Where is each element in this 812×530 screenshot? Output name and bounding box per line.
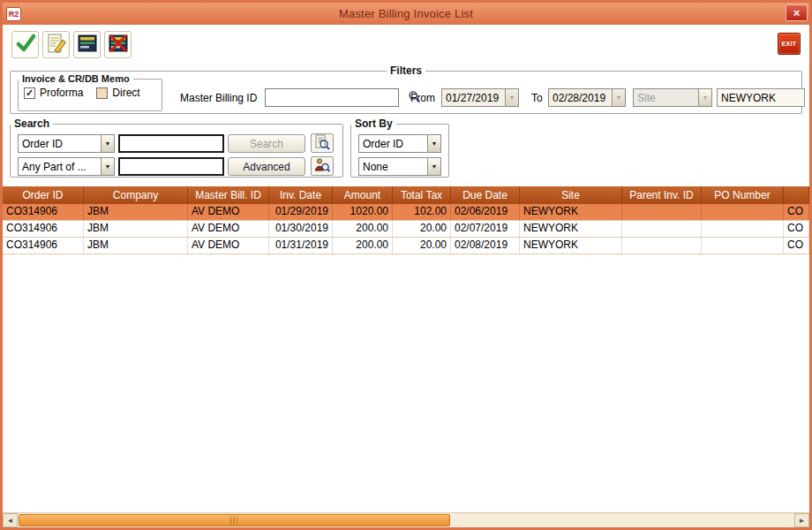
chevron-down-icon[interactable]: ▼ xyxy=(698,89,711,106)
chevron-down-icon[interactable]: ▼ xyxy=(101,135,114,152)
exit-button[interactable]: EXIT xyxy=(778,33,801,55)
table-cell xyxy=(622,238,702,254)
search-lookup-button[interactable] xyxy=(311,133,334,153)
search-button[interactable]: Search xyxy=(228,134,305,153)
table-cell: CO314906 xyxy=(3,221,84,237)
chevron-down-icon[interactable]: ▼ xyxy=(101,158,114,175)
search-sort-row: Search Order ID ▼ Search Any Part of ...… xyxy=(3,119,809,183)
from-label: From xyxy=(410,92,435,104)
table-cell xyxy=(702,204,784,220)
table-cell: 02/08/2019 xyxy=(451,238,520,254)
table-cell: 200.00 xyxy=(333,238,393,254)
table-cell: JBM xyxy=(84,221,188,237)
invoice-list-button[interactable] xyxy=(73,31,101,58)
to-date-picker[interactable]: 02/28/2019 ▼ xyxy=(548,88,626,107)
table-row[interactable]: CO314906JBMAV DEMO01/30/2019200.0020.000… xyxy=(3,221,809,238)
window-title: Master Billing Invoice List xyxy=(3,7,809,20)
table-cell: 01/31/2019 xyxy=(269,238,333,254)
column-header-company[interactable]: Company xyxy=(84,186,188,204)
chevron-down-icon[interactable]: ▼ xyxy=(612,89,625,106)
search-field-dropdown[interactable]: Order ID ▼ xyxy=(18,134,115,153)
search-text-input[interactable] xyxy=(120,136,222,151)
scrollbar-track[interactable]: ||| xyxy=(18,513,794,527)
void-invoice-button[interactable] xyxy=(104,31,132,58)
direct-checkbox[interactable] xyxy=(96,87,108,99)
close-button[interactable]: × xyxy=(786,4,808,21)
invoice-memo-group: Invoice & CR/DB Memo ✓ Proforma Direct xyxy=(18,74,162,111)
site-dropdown[interactable]: Site ▼ xyxy=(633,88,712,107)
titlebar: R2 Master Billing Invoice List × xyxy=(3,3,809,25)
to-date-value: 02/28/2019 xyxy=(549,92,612,104)
filters-group: Filters Invoice & CR/DB Memo ✓ Proforma … xyxy=(10,66,802,114)
column-header-amount[interactable]: Amount xyxy=(333,186,393,204)
invoice-memo-group-label: Invoice & CR/DB Memo xyxy=(19,74,133,84)
table-cell: 02/07/2019 xyxy=(451,221,520,237)
table-cell: 20.00 xyxy=(393,238,451,254)
table-cell xyxy=(702,221,784,237)
sort-primary-dropdown[interactable]: Order ID ▼ xyxy=(358,134,441,153)
column-header-order-id[interactable]: Order ID xyxy=(3,186,84,204)
from-date-picker[interactable]: 01/27/2019 ▼ xyxy=(441,88,519,107)
scrollbar-thumb[interactable]: ||| xyxy=(19,514,450,526)
table-cell: CO xyxy=(784,221,809,237)
site-value-input[interactable] xyxy=(718,89,804,106)
table-row[interactable]: CO314906JBMAV DEMO01/31/2019200.0020.000… xyxy=(3,238,809,254)
column-header-site[interactable]: Site xyxy=(520,186,622,204)
table-cell: 02/06/2019 xyxy=(451,204,520,220)
advanced-lookup-button[interactable] xyxy=(311,156,334,176)
scroll-right-button[interactable]: ► xyxy=(794,513,809,527)
document-search-icon xyxy=(314,134,330,153)
table-cell: NEWYORK xyxy=(520,221,622,237)
column-header-po-number[interactable]: PO Number xyxy=(702,186,784,204)
table-cell: CO xyxy=(784,238,809,254)
direct-label: Direct xyxy=(112,87,139,99)
search-field-value: Order ID xyxy=(19,138,101,150)
chevron-down-icon[interactable]: ▼ xyxy=(505,89,518,106)
grid-body: CO314906JBMAV DEMO01/29/20191020.00102.0… xyxy=(3,204,809,512)
column-header-blank[interactable] xyxy=(784,186,809,204)
proforma-label: Proforma xyxy=(40,87,83,99)
table-cell: 01/29/2019 xyxy=(269,204,333,220)
column-header-master-bill-id[interactable]: Master Bill. ID xyxy=(188,186,269,204)
table-cell: 20.00 xyxy=(393,221,451,237)
column-header-inv-date[interactable]: Inv. Date xyxy=(269,186,333,204)
toolbar: EXIT xyxy=(3,25,809,64)
table-cell: JBM xyxy=(84,204,188,220)
master-billing-id-label: Master Billing ID xyxy=(180,92,257,104)
void-invoice-icon xyxy=(108,33,129,57)
master-billing-id-input[interactable] xyxy=(266,89,408,106)
edit-invoice-button[interactable] xyxy=(42,31,70,58)
advanced-button[interactable]: Advanced xyxy=(228,157,305,176)
table-cell: 200.00 xyxy=(333,221,393,237)
table-cell: CO xyxy=(784,204,809,220)
memo-checkbox-row: ✓ Proforma Direct xyxy=(19,84,162,99)
sort-by-group: Sort By Order ID ▼ None ▼ xyxy=(350,119,449,178)
person-search-icon xyxy=(314,157,330,176)
table-cell xyxy=(702,238,784,254)
invoice-grid: Order IDCompanyMaster Bill. IDInv. DateA… xyxy=(3,186,809,512)
table-cell: 102.00 xyxy=(393,204,451,220)
search-group-label: Search xyxy=(11,119,53,129)
search-mode-value: Any Part of ... xyxy=(19,161,101,173)
chevron-down-icon[interactable]: ▼ xyxy=(427,135,440,152)
sort-by-group-label: Sort By xyxy=(351,119,396,129)
table-cell: JBM xyxy=(84,238,188,254)
scroll-left-button[interactable]: ◄ xyxy=(3,513,18,527)
column-header-due-date[interactable]: Due Date xyxy=(451,186,520,204)
advanced-text-input[interactable] xyxy=(120,159,222,174)
table-cell: AV DEMO xyxy=(188,204,269,220)
table-cell xyxy=(622,204,702,220)
search-mode-dropdown[interactable]: Any Part of ... ▼ xyxy=(18,157,115,176)
table-cell: NEWYORK xyxy=(520,238,622,254)
search-text-field xyxy=(118,134,224,153)
confirm-button[interactable] xyxy=(11,31,39,58)
check-icon xyxy=(15,33,36,57)
sort-secondary-value: None xyxy=(359,161,427,173)
proforma-checkbox[interactable]: ✓ xyxy=(24,87,35,99)
column-header-parent-inv-id[interactable]: Parent Inv. ID xyxy=(622,186,702,204)
horizontal-scrollbar[interactable]: ◄ ||| ► xyxy=(3,512,809,527)
sort-secondary-dropdown[interactable]: None ▼ xyxy=(358,157,441,176)
column-header-total-tax[interactable]: Total Tax xyxy=(393,186,451,204)
table-row[interactable]: CO314906JBMAV DEMO01/29/20191020.00102.0… xyxy=(3,204,809,221)
chevron-down-icon[interactable]: ▼ xyxy=(427,158,440,175)
